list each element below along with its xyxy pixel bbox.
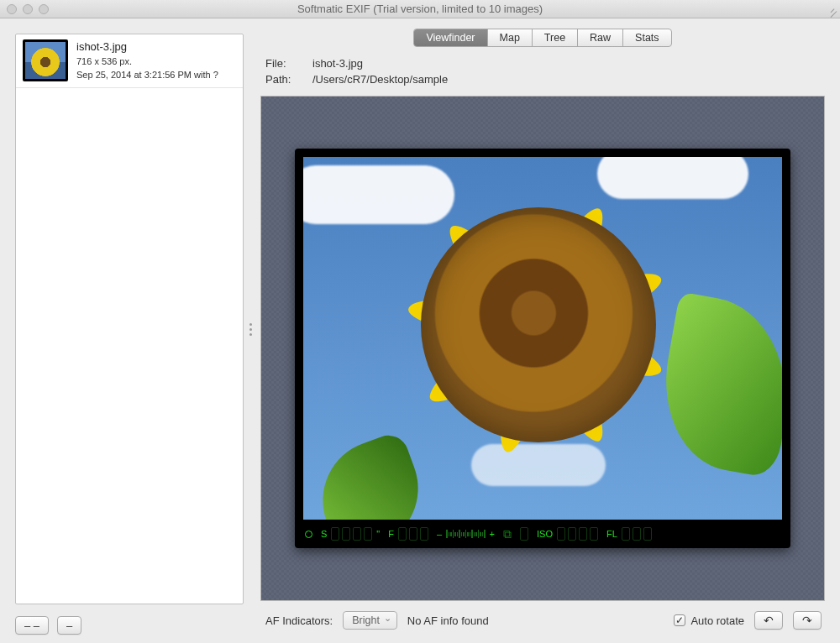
shutter-label: S <box>321 529 327 539</box>
viewer-pane: S " F – + ⧉ IS <box>260 96 825 601</box>
file-value: ishot-3.jpg <box>312 57 363 70</box>
main-panel: Viewfinder Map Tree Raw Stats File: isho… <box>252 18 840 643</box>
iso-label: ISO <box>537 529 553 539</box>
af-info-text: No AF info found <box>407 614 489 627</box>
auto-rotate-checkbox[interactable]: ✓ Auto rotate <box>674 614 744 627</box>
view-tabs: Viewfinder Map Tree Raw Stats <box>260 29 825 47</box>
window-title: Softmatic EXIF (Trial version, limited t… <box>0 3 840 15</box>
af-indicators-label: AF Indicators: <box>265 614 333 627</box>
af-dot-icon <box>305 531 312 538</box>
rotate-cw-icon: ↷ <box>802 614 812 626</box>
window-titlebar: Softmatic EXIF (Trial version, limited t… <box>0 0 840 18</box>
list-item-dimensions: 716 x 536 px. <box>76 55 218 69</box>
tab-tree[interactable]: Tree <box>533 29 578 46</box>
list-item-meta: Sep 25, 2014 at 3:21:56 PM with ? <box>76 69 218 82</box>
viewfinder-frame: S " F – + ⧉ IS <box>295 149 790 548</box>
remove-all-button[interactable]: – – <box>15 616 49 635</box>
scale-plus: + <box>490 529 495 539</box>
close-window-button[interactable] <box>7 4 17 14</box>
tab-viewfinder[interactable]: Viewfinder <box>414 29 487 46</box>
checkmark-icon: ✓ <box>674 614 685 626</box>
rotate-ccw-button[interactable]: ↶ <box>754 611 783 630</box>
resize-icon[interactable] <box>827 3 837 13</box>
image-list[interactable]: ishot-3.jpg 716 x 536 px. Sep 25, 2014 a… <box>15 34 244 604</box>
rotate-ccw-icon: ↶ <box>764 614 774 626</box>
pane-splitter[interactable] <box>249 321 253 341</box>
rotate-cw-button[interactable]: ↷ <box>793 611 822 630</box>
zoom-window-button[interactable] <box>39 4 49 14</box>
shutter-readout: S " <box>321 527 380 541</box>
tab-raw[interactable]: Raw <box>578 29 623 46</box>
minimize-window-button[interactable] <box>23 4 33 14</box>
tab-stats[interactable]: Stats <box>623 29 671 46</box>
footer-bar: AF Indicators: Bright No AF info found ✓… <box>260 601 825 635</box>
ev-scale: – + <box>437 529 495 539</box>
path-value: /Users/cR7/Desktop/sample <box>312 73 448 86</box>
tab-map[interactable]: Map <box>488 29 533 46</box>
list-item-text: ishot-3.jpg 716 x 536 px. Sep 25, 2014 a… <box>76 39 218 82</box>
sidebar: ishot-3.jpg 716 x 536 px. Sep 25, 2014 a… <box>0 18 252 643</box>
focal-length-readout: FL <box>606 527 652 541</box>
file-label: File: <box>265 57 299 70</box>
thumbnail <box>23 39 68 81</box>
path-label: Path: <box>265 73 299 86</box>
traffic-lights <box>7 4 49 14</box>
list-item-filename: ishot-3.jpg <box>76 39 218 55</box>
viewfinder-info-strip: S " F – + ⧉ IS <box>295 520 790 548</box>
iso-readout: ISO <box>537 527 598 541</box>
aperture-readout: F <box>388 527 428 541</box>
scale-minus: – <box>437 529 442 539</box>
aperture-label: F <box>388 529 394 539</box>
remove-button[interactable]: – <box>57 616 81 635</box>
shutter-unit: " <box>376 529 380 539</box>
af-indicators-value: Bright <box>352 614 380 626</box>
image-preview <box>303 157 782 520</box>
af-indicators-select[interactable]: Bright <box>343 611 397 630</box>
list-item[interactable]: ishot-3.jpg 716 x 536 px. Sep 25, 2014 a… <box>16 34 243 88</box>
fl-label: FL <box>606 529 617 539</box>
auto-rotate-label: Auto rotate <box>690 614 744 627</box>
ev-comp-icon: ⧉ <box>503 527 512 541</box>
